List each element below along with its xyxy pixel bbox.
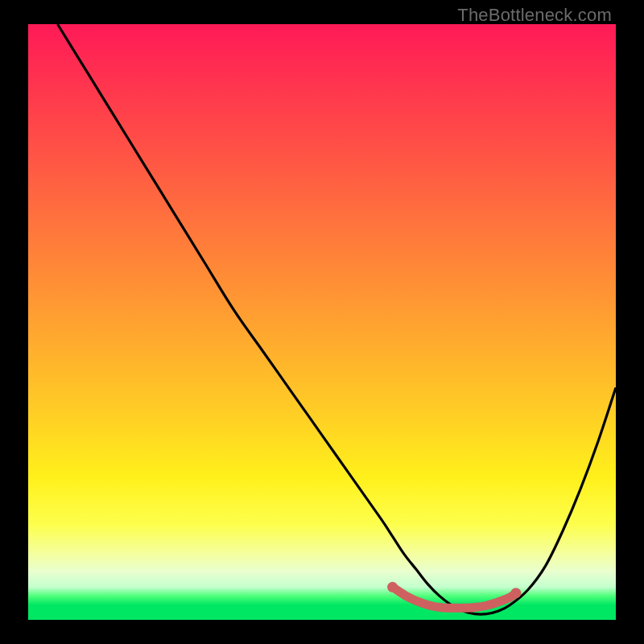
- optimal-range-start-dot: [387, 582, 398, 592]
- optimal-range-end-dot: [510, 588, 521, 598]
- chart-svg: [28, 24, 616, 620]
- chart-frame: [28, 24, 616, 620]
- watermark-text: TheBottleneck.com: [457, 5, 612, 26]
- bottleneck-curve: [58, 24, 617, 614]
- optimal-range-marker: [393, 587, 516, 608]
